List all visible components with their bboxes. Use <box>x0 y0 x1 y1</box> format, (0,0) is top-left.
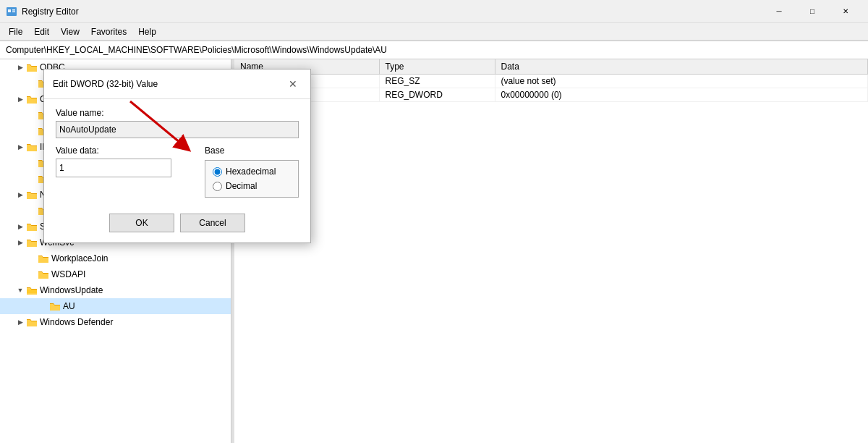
value-name-input[interactable] <box>56 121 299 138</box>
base-radio-group: Hexadecimal Decimal <box>205 160 299 198</box>
edit-dword-dialog: Edit DWORD (32-bit) Value ✕ Value name: … <box>43 69 311 243</box>
ok-button[interactable]: OK <box>109 214 174 232</box>
decimal-radio-label[interactable]: Decimal <box>213 181 291 191</box>
dialog-right: Base Hexadecimal Decimal <box>205 145 299 198</box>
value-data-input[interactable] <box>56 159 171 177</box>
cancel-button[interactable]: Cancel <box>180 214 245 232</box>
dialog-title: Edit DWORD (32-bit) Value <box>53 79 158 89</box>
dialog-close-button[interactable]: ✕ <box>284 75 302 93</box>
value-data-label: Value data: <box>56 145 193 156</box>
dialog-row: Value data: Base Hexadecimal Decimal <box>56 145 299 198</box>
value-name-label: Value name: <box>56 108 299 118</box>
dialog-overlay: Edit DWORD (32-bit) Value ✕ Value name: … <box>0 0 868 443</box>
hexadecimal-radio-label[interactable]: Hexadecimal <box>213 166 291 177</box>
dialog-buttons: OK Cancel <box>44 206 310 242</box>
dialog-body: Value name: Value data: Base Hexadecimal <box>44 99 310 206</box>
dialog-title-bar: Edit DWORD (32-bit) Value ✕ <box>44 69 310 99</box>
hexadecimal-label: Hexadecimal <box>226 166 276 177</box>
base-label: Base <box>205 145 299 156</box>
hexadecimal-radio[interactable] <box>213 167 222 177</box>
decimal-radio[interactable] <box>213 182 222 191</box>
dialog-left: Value data: <box>56 145 193 198</box>
decimal-label: Decimal <box>226 181 257 191</box>
